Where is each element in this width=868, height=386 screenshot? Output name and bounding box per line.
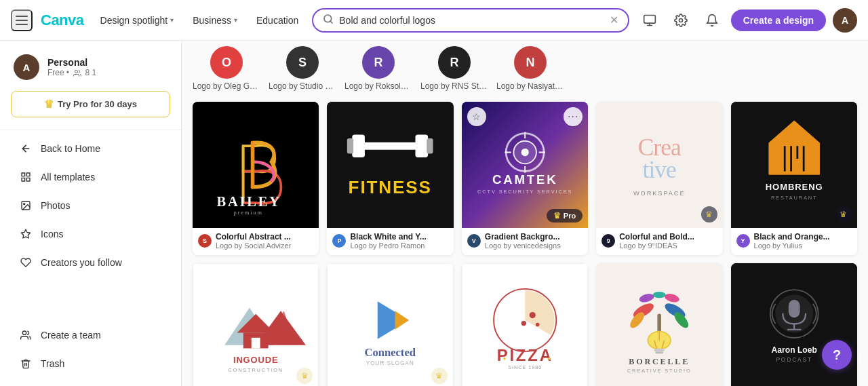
svg-point-13 — [24, 204, 25, 205]
logo-grid: BAILEY premium S Colorful Abstract ... L… — [193, 99, 857, 386]
svg-rect-54 — [252, 338, 260, 349]
card-info: Y Black and Orange... Logo by Yulius — [731, 228, 857, 255]
sidebar-item-create-team[interactable]: Create a team — [5, 322, 176, 349]
create-design-button[interactable]: Create a design — [731, 9, 826, 31]
author-item[interactable]: O Logo by Oleg Gapeen... — [193, 46, 260, 91]
logo-card-hombreng[interactable]: HOMBRENG RESTAURANT ♛ Y Black and Orange… — [731, 102, 857, 255]
crown-icon: ♛ — [44, 98, 54, 111]
nav-education[interactable]: Education — [251, 11, 304, 30]
author-item[interactable]: R Logo by RNS Studio — [420, 46, 488, 91]
svg-text:tive: tive — [643, 156, 677, 183]
svg-point-15 — [22, 331, 26, 334]
sidebar-user-plan: Free• 8 1 — [47, 68, 96, 77]
crown-icon: ♛ — [553, 211, 561, 220]
author-avatar: S — [286, 46, 319, 79]
logo-card-ingoude[interactable]: INGOUDE CONSTRUCTION ♛ R Red and Black B… — [193, 263, 319, 386]
content-area: O Logo by Oleg Gapeen... S Logo by Studi… — [182, 41, 868, 386]
svg-rect-21 — [359, 142, 422, 150]
svg-text:SINCE 1980: SINCE 1980 — [508, 364, 542, 370]
svg-rect-10 — [26, 178, 30, 181]
nav-business[interactable]: Business ▾ — [187, 11, 243, 30]
svg-point-67 — [536, 323, 540, 327]
heart-icon — [19, 256, 33, 269]
svg-rect-8 — [22, 173, 25, 176]
logo-card-connected[interactable]: Connected YOUR SLOGAN ♛ C Colorful Bold … — [327, 263, 453, 386]
svg-point-65 — [529, 312, 535, 318]
more-button[interactable]: ··· — [564, 107, 583, 126]
canva-logo: Canva — [41, 12, 84, 29]
author-item[interactable]: R Logo by Roksolana F... — [344, 46, 412, 91]
search-clear-icon[interactable]: ✕ — [610, 14, 618, 26]
author-top-row: O Logo by Oleg Gapeen... S Logo by Studi… — [193, 41, 857, 99]
search-icon — [323, 14, 334, 27]
svg-text:INGOUDE: INGOUDE — [233, 355, 279, 365]
logo-card-camtek[interactable]: CAMTEK CCTV SECURITY SERVICES ☆ ··· ♛ Pr… — [462, 102, 588, 255]
svg-text:BAILEY: BAILEY — [216, 194, 281, 209]
card-info: S Colorful Abstract ... Logo by Social A… — [193, 228, 319, 255]
avatar[interactable]: A — [833, 8, 857, 33]
card-author-avatar: S — [198, 234, 212, 248]
sidebar-divider — [0, 130, 181, 130]
svg-marker-14 — [21, 229, 30, 238]
sidebar-item-icons[interactable]: Icons — [5, 220, 176, 248]
sidebar-item-photos[interactable]: Photos — [5, 192, 176, 219]
svg-rect-2 — [644, 15, 655, 23]
card-author-avatar: P — [332, 234, 346, 248]
card-author-avatar: V — [467, 234, 481, 248]
crown-badge: ♛ — [431, 368, 448, 384]
search-bar[interactable]: ✕ — [312, 8, 629, 33]
svg-rect-25 — [427, 138, 433, 153]
svg-point-66 — [521, 321, 526, 326]
crown-icon: ♛ — [301, 371, 309, 381]
sidebar-item-back-home[interactable]: Back to Home — [5, 135, 176, 162]
svg-text:CAMTEK: CAMTEK — [492, 172, 557, 187]
svg-text:✦: ✦ — [502, 355, 507, 362]
main-layout: A Personal Free• 8 1 ♛ Try Pro for 30 da… — [0, 41, 868, 386]
svg-text:CONSTRUCTION: CONSTRUCTION — [228, 367, 283, 373]
svg-text:Aaron Loeb: Aaron Loeb — [771, 346, 816, 355]
nav-design-spotlight[interactable]: Design spotlight ▾ — [95, 11, 180, 30]
logo-card-creative[interactable]: Crea tive WORKSPACE ♛ 9 Colorful and Bo — [596, 102, 722, 255]
svg-text:BORCELLE: BORCELLE — [629, 358, 690, 367]
svg-line-1 — [330, 21, 332, 23]
svg-text:FITNESS: FITNESS — [349, 177, 432, 197]
logo-card-fitness[interactable]: FITNESS P Black White and Y... Logo by P… — [327, 102, 453, 255]
logo-card-pizza[interactable]: PIZZA SINCE 1980 ✦ ✦ B Black and Red Piz… — [462, 263, 588, 386]
sidebar-user: A Personal Free• 8 1 — [0, 49, 181, 88]
author-avatar: O — [210, 46, 243, 79]
hamburger-button[interactable] — [11, 9, 33, 31]
card-author-avatar: Y — [736, 234, 750, 248]
crown-icon: ♛ — [435, 371, 443, 381]
svg-text:CCTV SECURITY SERVICES: CCTV SECURITY SERVICES — [477, 189, 572, 195]
logo-card-bailey[interactable]: BAILEY premium S Colorful Abstract ... L… — [193, 102, 319, 255]
svg-text:HOMBRENG: HOMBRENG — [765, 182, 823, 192]
svg-rect-24 — [347, 138, 353, 153]
star-icon — [19, 227, 33, 241]
monitor-icon-button[interactable] — [637, 8, 662, 33]
search-input[interactable] — [339, 15, 604, 26]
help-button[interactable]: ? — [822, 340, 852, 370]
author-item[interactable]: S Logo by Studio RoMa — [269, 46, 336, 91]
svg-rect-9 — [26, 173, 30, 176]
sidebar-item-creators-follow[interactable]: Creators you follow — [5, 249, 176, 276]
sidebar-item-trash[interactable]: Trash — [5, 350, 176, 377]
svg-point-30 — [521, 149, 528, 156]
pro-badge: ♛ Pro — [547, 209, 583, 223]
notification-icon-button[interactable] — [700, 8, 724, 33]
chevron-down-icon: ▾ — [234, 16, 237, 24]
topnav-right: Create a design A — [637, 8, 857, 33]
crown-icon: ♛ — [705, 210, 713, 219]
svg-text:YOUR SLOGAN: YOUR SLOGAN — [366, 360, 414, 367]
svg-rect-86 — [656, 352, 663, 354]
star-button[interactable]: ☆ — [467, 107, 486, 126]
svg-text:WORKSPACE: WORKSPACE — [633, 190, 686, 197]
sidebar-avatar: A — [14, 54, 39, 80]
pro-trial-button[interactable]: ♛ Try Pro for 30 days — [11, 91, 170, 117]
author-avatar: R — [362, 46, 395, 79]
sidebar-item-all-templates[interactable]: All templates — [5, 163, 176, 191]
logo-card-borcelle[interactable]: BORCELLE CREATIVE STUDIO C Colorful Crea… — [596, 263, 722, 386]
settings-icon-button[interactable] — [669, 8, 693, 33]
author-item[interactable]: N Logo by Nasiyat Akm... — [496, 46, 564, 91]
sidebar-user-name: Personal — [47, 57, 96, 68]
crown-badge: ♛ — [701, 206, 717, 223]
